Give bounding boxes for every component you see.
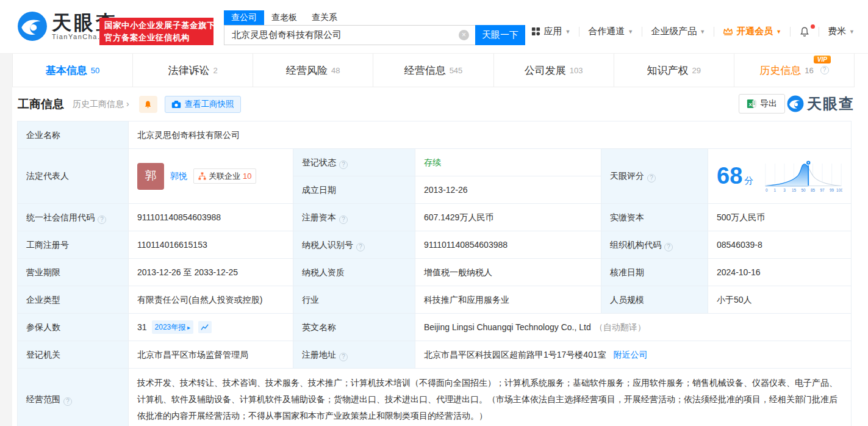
field-label: 营业期限 [18,259,129,286]
table-row: 参保人数 31 2023年报 英文名称 Beijing Lingsi Chuan… [18,314,852,341]
notification-dot [811,24,815,29]
related-companies-badge[interactable]: 关联企业 10 [193,168,256,184]
annual-report-badge[interactable]: 2023年报 [152,320,194,334]
gov-certification-badge: 国家中小企业发展子基金旗下 官方备案企业征信机构 [99,18,213,45]
bell-icon [799,26,810,37]
approval-date-value: 2024-10-16 [708,259,852,286]
auto-translate-note: （自动翻译） [595,322,646,332]
field-label: 天眼评分 [601,149,708,204]
score-distribution-chart: 01 315 5085 9799 100 [764,153,842,200]
monitor-bell-button[interactable] [139,96,157,113]
chevron-down-icon: ▼ [565,29,570,35]
nav-apps[interactable]: 应用 ▼ [529,26,573,37]
field-label: 登记状态 [293,149,415,176]
tab-business-info[interactable]: 经营信息 545 [373,54,493,87]
search-tab-boss[interactable]: 查老板 [264,10,304,25]
help-icon[interactable] [339,161,348,169]
legal-rep-link[interactable]: 郭悦 [170,170,187,182]
field-label: 统一社会信用代码 [18,204,129,231]
table-row: 企业名称 北京灵思创奇科技有限公司 [18,121,852,149]
field-label: 成立日期 [293,176,415,204]
tab-label: 历史信息 [759,63,801,78]
notifications-bell[interactable] [797,26,812,37]
svg-text:50: 50 [801,187,806,192]
vip-badge: VIP [814,56,831,63]
tab-count: 48 [331,66,340,75]
help-icon[interactable] [664,243,673,251]
nav-user-menu[interactable]: 费米 ▼ [825,26,857,37]
field-label: 企业类型 [18,286,129,314]
chevron-down-icon: ▼ [700,29,705,35]
field-label: 参保人数 [18,314,129,341]
field-label: 登记机关 [18,341,129,369]
industry-value: 科技推广和应用服务业 [415,286,601,314]
export-button[interactable]: X 导出 [739,94,785,114]
credit-code-value: 911101140854603988 [129,204,293,231]
company-name-value: 北京灵思创奇科技有限公司 [129,121,852,149]
nav-cooperation[interactable]: 合作通道 ▼ [586,26,636,37]
content-card: 基本信息 50 法律诉讼 2 经营风险 48 经营信息 545 公司发展 103… [12,54,868,426]
nav-divider [714,27,714,37]
reg-number-value: 110114016615153 [129,231,293,259]
help-icon[interactable] [647,174,656,182]
nav-divider [790,27,791,37]
nav-open-membership[interactable]: 开通会员 ▼ [720,26,784,37]
search-tab-relation[interactable]: 查关系 [304,10,345,25]
field-label: 组织机构代码 [601,231,708,259]
tab-legal-proceedings[interactable]: 法律诉讼 2 [133,54,253,87]
table-row: 企业类型 有限责任公司(自然人投资或控股) 行业 科技推广和应用服务业 人员规模… [18,286,852,314]
nav-enterprise-products[interactable]: 企业级产品 ▼ [648,26,708,37]
field-label: 法定代表人 [18,149,129,204]
table-row: 法定代表人 郭 郭悦 关联企业 10 [18,149,852,176]
avatar[interactable]: 郭 [137,163,164,190]
svg-text:100: 100 [836,187,842,192]
search-tabs: 查公司 查老板 查关系 [224,10,525,25]
help-icon[interactable] [820,66,829,74]
view-business-snapshot-button[interactable]: 查看工商快照 [165,96,241,113]
svg-text:X: X [749,102,753,107]
tab-label: 公司发展 [525,63,566,78]
tab-company-development[interactable]: 公司发展 103 [494,54,614,87]
history-business-info-link[interactable]: 历史工商信息 [73,99,129,110]
paid-capital-value: 500万人民币 [708,204,852,231]
tab-intellectual-property[interactable]: 知识产权 29 [614,54,734,87]
section-title: 工商信息 [18,96,64,112]
search-button[interactable]: 天眼一下 [475,25,525,45]
tab-count: 29 [692,66,701,75]
search-tab-company[interactable]: 查公司 [224,10,264,25]
nearby-companies-link[interactable]: 附近公司 [614,350,648,359]
tab-basic-info[interactable]: 基本信息 50 [13,54,133,87]
related-count: 10 [243,170,251,182]
help-icon[interactable] [339,215,348,224]
top-navigation: 应用 ▼ 合作通道 ▼ 企业级产品 ▼ 开通会员 ▼ [529,26,857,37]
business-scope-value: 技术开发、技术转让、技术咨询、技术服务、技术推广；计算机技术培训（不得面向全国招… [129,369,852,426]
svg-text:99: 99 [830,187,834,192]
nav-divider [819,27,819,37]
establish-date-value: 2013-12-26 [415,176,601,204]
tianyan-score-cell: 68分 [708,149,852,204]
tab-count: 2 [213,66,218,75]
trend-chart-icon[interactable] [198,321,212,333]
search-area: 查公司 查老板 查关系 × 天眼一下 [224,10,525,45]
field-label: 人员规模 [601,286,708,314]
nav-enterprise-label: 企业级产品 [651,26,697,37]
help-icon[interactable] [356,243,365,251]
search-input[interactable] [224,25,475,45]
tab-count: 50 [91,66,99,75]
gov-badge-line2: 官方备案企业征信机构 [104,32,209,43]
tab-history-info[interactable]: VIP 历史信息 16 [734,54,855,87]
tab-label: 基本信息 [46,63,87,78]
svg-text:15: 15 [792,187,797,192]
help-icon[interactable] [63,397,72,406]
clear-search-icon[interactable]: × [459,30,469,40]
site-header: 天眼查 TianYanCha.com 国家中小企业发展子基金旗下 官方备案企业征… [0,0,868,54]
field-label: 注册资本 [293,204,415,231]
field-label: 纳税人资质 [293,259,415,286]
nav-apps-label: 应用 [543,26,562,37]
field-label: 工商注册号 [18,231,129,259]
help-icon[interactable] [339,353,348,361]
field-label: 英文名称 [293,314,415,341]
tab-business-risk[interactable]: 经营风险 48 [253,54,373,87]
help-icon[interactable] [98,215,106,224]
chevron-down-icon: ▼ [849,29,855,35]
